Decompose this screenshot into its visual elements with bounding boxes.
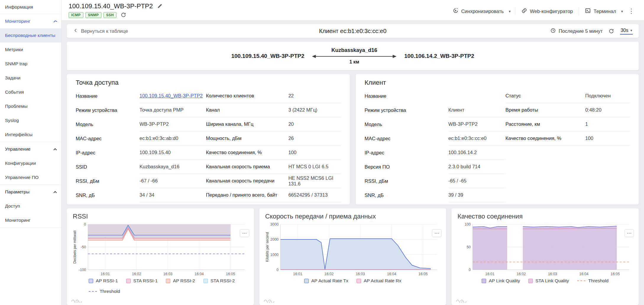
field-value: WB-3P-PTP2	[140, 117, 206, 131]
sidebar-item[interactable]: Конфигурации	[0, 156, 61, 170]
field-value: Клиент	[448, 103, 505, 117]
app-root: Информация Мониторинг Беспроводные клиен…	[0, 0, 644, 305]
chart-menu-button[interactable]: ⋯	[432, 229, 441, 237]
legend-item[interactable]: AP Link Quality	[482, 278, 520, 283]
legend-swatch	[166, 279, 170, 283]
sidebar-item[interactable]: Задачи	[0, 71, 61, 85]
field-value	[448, 89, 505, 103]
chart-menu-button[interactable]: ⋯	[624, 229, 634, 237]
field-value: 0:48:20	[585, 103, 630, 117]
more-menu-button[interactable]: ⋮	[625, 7, 637, 15]
sidebar-item[interactable]: Управление ПО	[0, 170, 61, 185]
field-label	[505, 174, 585, 188]
legend-swatch	[357, 279, 361, 283]
field-value: 100	[585, 131, 630, 146]
svg-text:-100: -100	[79, 268, 86, 272]
legend-swatch	[528, 279, 533, 283]
availability-refresh-icon[interactable]	[120, 12, 127, 18]
field-value	[585, 174, 630, 188]
protocol-badge: ICMP	[69, 12, 83, 18]
legend-item[interactable]: AP RSSI-1	[89, 278, 118, 283]
terminal-button[interactable]: Терминал	[582, 5, 619, 17]
field-label: Канальная скорость приема	[206, 160, 289, 174]
legend-item[interactable]: STA RSSI-2	[203, 278, 235, 283]
field-value: ec:b1:e0:3c:ab:d0	[140, 131, 206, 146]
double-arrow-icon	[311, 54, 397, 58]
sidebar-item[interactable]: Доступ	[0, 199, 61, 213]
sidebar-item[interactable]: Беспроводные клиенты	[0, 28, 61, 43]
sidebar-item[interactable]: События	[0, 85, 61, 99]
rssi-chart-card: RSSI ⋯ 0-50-10016:0116:0216:0316:0416:05…	[67, 208, 254, 305]
charts-row: RSSI ⋯ 0-50-10016:0116:0216:0316:0416:05…	[67, 208, 639, 305]
table-row: Версия ПО 2.3.0 build 714	[365, 160, 630, 174]
svg-text:16:05: 16:05	[226, 272, 235, 276]
refresh-icon[interactable]	[608, 28, 615, 35]
sidebar-item[interactable]: Интерфейсы	[0, 128, 61, 142]
table-row: Режим устройства Клиент Время работы 0:4…	[365, 103, 630, 117]
field-label: Расстояние, км	[505, 117, 585, 131]
sidebar-group-parameters: Параметры Доступ Мониторинг	[0, 185, 61, 228]
field-value: HT MCS 0 LGI 6.5	[288, 160, 342, 174]
svg-text:16:03: 16:03	[548, 272, 557, 276]
svg-text:Kilobits per second: Kilobits per second	[265, 232, 269, 262]
sync-dropdown-button[interactable]: ▾	[507, 7, 512, 16]
web-configurator-label: Web-конфигуратор	[530, 9, 573, 14]
legend-item[interactable]: AP RSSI-2	[166, 278, 195, 283]
table-row: SNR, дБ 39 / 39	[365, 188, 630, 202]
legend-label: AP Actual Rate Tx	[311, 278, 348, 283]
chart-title: Качество соединения	[457, 213, 633, 220]
rssi-chart: 0-50-10016:0116:0216:0316:0416:05Decibel…	[73, 222, 248, 277]
terminal-dropdown-button[interactable]: ▾	[619, 7, 624, 16]
legend-item[interactable]: STA Link Quality	[528, 278, 569, 283]
field-value: 100.106.14.2	[448, 146, 505, 160]
right-device-name[interactable]: 100.106.14.2_WB-3P-PTP2	[404, 53, 474, 59]
field-label: Статус	[505, 89, 585, 103]
field-label: MAC-адрес	[76, 131, 140, 146]
terminal-icon	[585, 8, 591, 15]
legend-item[interactable]: Threshold	[89, 289, 120, 294]
sync-button[interactable]: Синхронизировать	[450, 5, 507, 17]
sidebar-item[interactable]: SNMP trap	[0, 57, 61, 71]
chart-legend: AP RSSI-1 STA RSSI-1 AP RSSI-2	[73, 278, 248, 294]
field-label	[505, 188, 585, 202]
field-value: WB-3P-PTP2	[448, 117, 505, 131]
field-value: 22	[288, 89, 342, 103]
left-device-name[interactable]: 100.109.15.40_WB-3P-PTP2	[231, 53, 304, 59]
svg-text:16:03: 16:03	[356, 272, 365, 276]
sidebar-group-management: Управление Конфигурации Управление ПО	[0, 142, 61, 185]
legend-item[interactable]: AP Actual Rate Rx	[357, 278, 401, 283]
svg-text:50: 50	[467, 245, 471, 249]
table-row: SSID Kuzbasskaya_d16 Канальная скорость …	[76, 160, 342, 174]
refresh-interval-select[interactable]: 30s ▾	[620, 27, 633, 35]
field-value: -65 / -65	[448, 174, 505, 188]
legend-item[interactable]: STA RSSI-1	[126, 278, 158, 283]
chart-menu-button[interactable]: ⋯	[240, 229, 249, 237]
sidebar-item[interactable]: Мониторинг	[0, 213, 61, 227]
svg-text:16:02: 16:02	[132, 272, 141, 276]
field-value: Точка доступа PMP	[140, 103, 206, 117]
sidebar-item[interactable]: Проблемы	[0, 99, 61, 113]
time-range-button[interactable]: Последние 5 минут	[550, 28, 603, 35]
field-label: IP-адрес	[365, 146, 448, 160]
sidebar-group-header-management[interactable]: Управление	[0, 142, 61, 156]
sidebar-group-items-parameters: Доступ Мониторинг	[0, 199, 61, 227]
field-label: Режим устройства	[365, 103, 448, 117]
sidebar-item[interactable]: Syslog	[0, 113, 61, 128]
legend-item[interactable]: AP Actual Rate Tx	[304, 278, 348, 283]
legend-item[interactable]: Threshold	[577, 278, 609, 283]
sidebar-item-information[interactable]: Информация	[0, 0, 61, 14]
back-to-table-button[interactable]: Вернуться к таблице	[73, 27, 128, 35]
web-configurator-button[interactable]: Web-конфигуратор	[518, 5, 576, 17]
edit-icon[interactable]	[156, 3, 163, 9]
sidebar-group-items-monitoring: Беспроводные клиенты Метрики SNMP trap З…	[0, 28, 61, 142]
info-cards-row: Точка доступа Название 100.109.15.40_WB-…	[67, 74, 639, 205]
client-table: Название Статус Подключен Режим устройст…	[365, 89, 630, 202]
table-row: MAC-адрес ec:b1:e0:3c:ab:d0 Мощность, дБ…	[76, 131, 342, 146]
field-value[interactable]: 100.109.15.40_WB-3P-PTP2	[140, 89, 206, 103]
field-value	[585, 188, 630, 202]
sidebar-item[interactable]: Метрики	[0, 43, 61, 57]
sidebar-group-header-monitoring[interactable]: Мониторинг	[0, 14, 61, 28]
sidebar-group-header-parameters[interactable]: Параметры	[0, 185, 61, 199]
table-row: IP-адрес 100.109.15.40 Качество соединен…	[76, 146, 342, 160]
legend-label: Threshold	[588, 278, 609, 283]
